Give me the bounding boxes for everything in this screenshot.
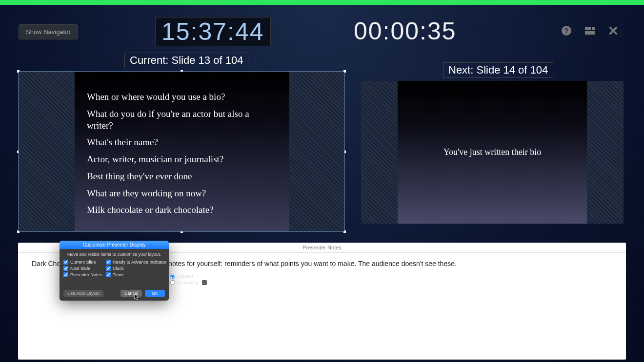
slide-line: What do you do if you're an actor but al…	[87, 108, 277, 132]
dialog-subtitle: Move and resize items to customize your …	[60, 249, 169, 259]
slide-letterbox	[19, 72, 75, 231]
current-slide-container[interactable]: When or where would you use a bio? What …	[18, 71, 345, 232]
ready-to-advance-indicator	[0, 0, 644, 5]
slide-line: What are they working on now?	[87, 188, 277, 199]
show-navigator-button[interactable]: Show Navigator	[19, 24, 78, 39]
checkbox-label: Presenter Notes	[70, 272, 102, 277]
slide-letterbox	[361, 81, 398, 224]
checkbox-label: Clock	[113, 266, 124, 271]
radio-remaining[interactable]: Remaining	[170, 280, 207, 285]
close-icon[interactable]	[607, 24, 620, 37]
slide-line: Actor, writer, musician or journalist?	[87, 153, 277, 165]
checkbox-clock[interactable]: Clock	[106, 266, 166, 271]
radio-label: Remaining	[177, 280, 198, 285]
next-slide-content: You've just written their bio	[398, 81, 587, 224]
svg-rect-4	[585, 31, 595, 35]
checkbox-ready-indicator[interactable]: Ready to Advance Indicator	[106, 260, 166, 265]
next-slide-container[interactable]: You've just written their bio	[361, 81, 624, 224]
current-slide-content: When or where would you use a bio? What …	[75, 72, 289, 231]
svg-rect-2	[585, 27, 591, 30]
cancel-button[interactable]: Cancel	[121, 290, 142, 297]
use-auto-layout-button[interactable]: Use Auto Layout	[63, 290, 103, 297]
checkbox-label: Timer	[113, 272, 124, 277]
checkbox-label: Next Slide	[70, 266, 90, 271]
radio-label: Elapsed	[177, 274, 193, 279]
customize-presenter-dialog[interactable]: Customize Presenter Display Move and res…	[60, 241, 169, 301]
help-icon[interactable]: ?	[560, 24, 573, 37]
current-slide-label: Current: Slide 13 of 104	[124, 53, 248, 68]
slide-line: Milk chocolate or dark chocolate?	[87, 204, 277, 216]
checkbox-timer[interactable]: Timer	[106, 272, 166, 277]
timer-display[interactable]: 00:00:35	[354, 17, 457, 45]
dialog-title: Customize Presenter Display	[60, 241, 169, 249]
checkbox-label: Current Slide	[70, 260, 96, 265]
checkbox-current-slide[interactable]: Current Slide	[63, 260, 102, 265]
radio-elapsed[interactable]: Elapsed	[170, 274, 207, 279]
next-slide-label: Next: Slide 14 of 104	[443, 62, 553, 78]
timer-value-field[interactable]	[202, 280, 207, 285]
slide-line: What's their name?	[87, 136, 277, 148]
ok-button[interactable]: OK	[145, 290, 165, 297]
slide-line: When or where would you use a bio?	[87, 91, 277, 103]
slide-line: You've just written their bio	[443, 147, 541, 157]
clock-display[interactable]: 15:37:44	[155, 17, 271, 46]
checkbox-presenter-notes[interactable]: Presenter Notes	[63, 272, 102, 277]
layout-icon[interactable]	[584, 24, 596, 37]
svg-rect-3	[592, 27, 595, 30]
checkbox-next-slide[interactable]: Next Slide	[63, 266, 102, 271]
slide-letterbox	[288, 72, 344, 231]
slide-line: Best thing they've ever done	[87, 171, 277, 182]
svg-text:?: ?	[564, 27, 569, 35]
slide-letterbox	[587, 81, 624, 224]
checkbox-label: Ready to Advance Indicator	[113, 260, 166, 265]
